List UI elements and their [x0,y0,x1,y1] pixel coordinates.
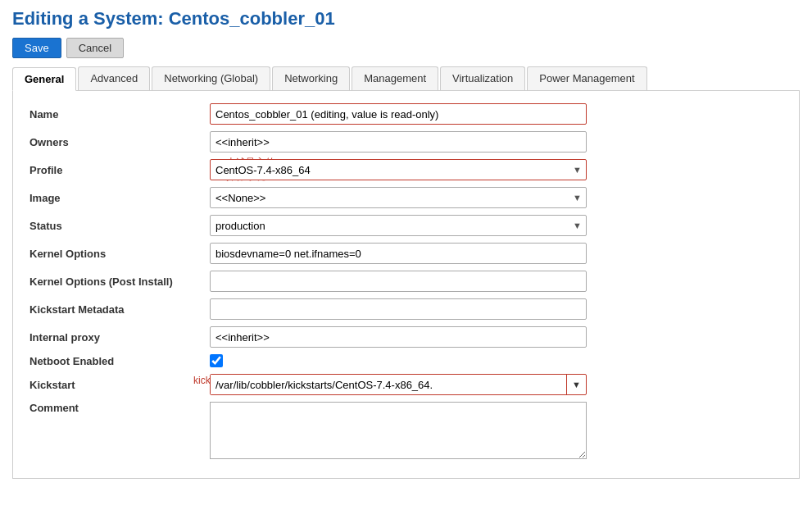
status-select[interactable]: production [210,215,587,236]
kernel-post-label: Kernel Options (Post Install) [29,275,210,288]
status-control: production ▼ [210,215,587,236]
comment-label: Comment [29,402,210,414]
cancel-button[interactable]: Cancel [66,38,124,58]
kickstart-meta-input[interactable] [210,298,587,320]
kickstart-label: Kickstart [29,379,210,391]
tab-networking-global[interactable]: Networking (Global) [152,66,270,90]
kernel-post-row: Kernel Options (Post Install) [29,271,783,292]
kernel-options-control [210,243,587,264]
kickstart-meta-row: Kickstart Metadata [29,298,783,320]
kickstart-input[interactable] [211,375,566,394]
toolbar: Save Cancel [12,38,800,58]
form-area: Name 名称 Owners Profile 上述导入的 操作系统 C [12,91,800,479]
image-select-wrapper: <<None>> ▼ [210,187,587,208]
tab-advanced[interactable]: Advanced [78,66,150,90]
profile-select[interactable]: CentOS-7.4-x86_64 [210,159,587,180]
name-input[interactable] [210,103,587,125]
kernel-options-row: Kernel Options 网卡名称的修改 [29,243,783,264]
tab-virtualization[interactable]: Virtualization [440,66,525,90]
image-label: Image [29,192,210,204]
netboot-checkbox[interactable] [210,354,223,367]
tab-general[interactable]: General [12,67,76,91]
owners-row: Owners [29,131,783,153]
status-select-wrapper: production ▼ [210,215,587,236]
image-select[interactable]: <<None>> [210,187,587,208]
page-title: Editing a System: Centos_cobbler_01 [12,8,800,30]
profile-select-wrapper: CentOS-7.4-x86_64 ▼ [210,159,587,180]
netboot-row: Netboot Enabled [29,354,783,367]
tab-power-management[interactable]: Power Management [527,66,646,90]
kernel-options-label: Kernel Options [29,248,210,260]
status-row: Status production ▼ [29,215,783,236]
netboot-control [210,354,223,367]
internal-proxy-row: Internal proxy [29,326,783,348]
profile-row: Profile 上述导入的 操作系统 CentOS-7.4-x86_64 ▼ [29,159,783,180]
kickstart-meta-label: Kickstart Metadata [29,303,210,316]
status-label: Status [29,220,210,232]
netboot-label: Netboot Enabled [29,355,210,367]
name-control [210,103,587,125]
internal-proxy-label: Internal proxy [29,331,210,344]
image-control: <<None>> ▼ [210,187,587,208]
owners-label: Owners [29,136,210,148]
internal-proxy-control [210,326,587,348]
profile-label: Profile [29,164,210,176]
kernel-post-input[interactable] [210,271,587,292]
profile-control: CentOS-7.4-x86_64 ▼ [210,159,587,180]
kernel-post-control [210,271,587,292]
owners-input[interactable] [210,131,587,153]
comment-row: Comment [29,402,783,459]
comment-textarea[interactable] [210,402,587,459]
save-button[interactable]: Save [12,38,61,58]
tab-networking[interactable]: Networking [272,66,350,90]
name-label: Name [29,108,210,121]
tabs-container: General Advanced Networking (Global) Net… [12,66,800,91]
name-row: Name 名称 [29,103,783,125]
kickstart-dropdown-button[interactable]: ▼ [566,375,586,394]
kickstart-input-wrapper: ▼ [210,374,587,395]
internal-proxy-input[interactable] [210,326,587,348]
kickstart-meta-control [210,298,587,320]
kernel-options-input[interactable] [210,243,587,264]
image-row: Image <<None>> ▼ [29,187,783,208]
tab-management[interactable]: Management [352,66,438,90]
owners-control [210,131,587,153]
kickstart-control: ▼ [210,374,587,395]
kickstart-row: Kickstart kickstart的模板 ▼ [29,374,783,395]
page-container: Editing a System: Centos_cobbler_01 Save… [0,0,812,487]
